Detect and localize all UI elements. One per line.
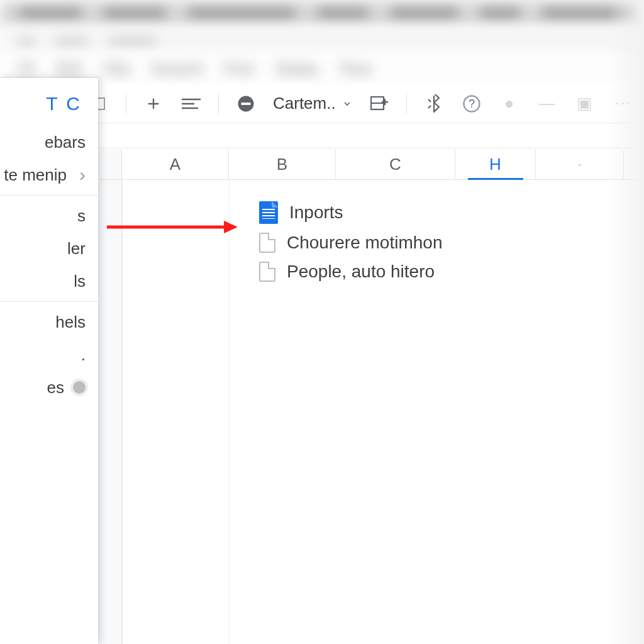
plus-icon[interactable] — [143, 93, 164, 114]
file-popover: Inports Chourere motimhon People, auto h… — [259, 201, 442, 282]
file-icon — [259, 233, 275, 253]
panel-header: T C — [0, 78, 98, 126]
chevron-down-icon — [342, 99, 352, 109]
align-icon[interactable] — [180, 93, 202, 114]
panel-item-hels[interactable]: hels — [0, 306, 98, 338]
file-icon — [259, 262, 275, 282]
right-edge-fade — [606, 0, 644, 644]
svg-text:?: ? — [469, 97, 475, 110]
table-insert-icon[interactable] — [369, 93, 390, 114]
column-label: H — [489, 155, 501, 174]
panel-item-label: . — [81, 345, 86, 365]
macos-menubar-blur — [0, 0, 644, 26]
help-icon[interactable]: ? — [461, 93, 482, 114]
column-header-C[interactable]: C — [336, 150, 455, 179]
popover-label: People, auto hitero — [287, 262, 435, 282]
popover-row-doc[interactable]: Inports — [259, 201, 442, 224]
panel-item-label: te menip — [4, 165, 67, 185]
popover-row-file1[interactable]: Chourere motimhon — [259, 233, 442, 253]
font-name: Cartem.. — [273, 94, 336, 113]
panel-item-ls[interactable]: ls — [0, 265, 98, 297]
column-label: B — [277, 155, 287, 174]
panel-item-s[interactable]: s — [0, 199, 98, 232]
column-header-B[interactable]: B — [229, 150, 336, 179]
dropdown-panel: T C ebars te menip s ler ls hels . es — [0, 78, 98, 644]
browser-tabs-blur: ▭▭▭▭▭▭ — [0, 26, 644, 54]
panel-item-dot[interactable]: . — [0, 338, 98, 371]
panel-item-label: ler — [67, 239, 86, 258]
panel-item-label: es — [47, 378, 64, 397]
font-picker[interactable]: Cartem.. — [273, 94, 352, 113]
panel-item-es[interactable]: es — [0, 371, 98, 404]
remove-circle-icon[interactable] — [235, 93, 257, 114]
toolbar-faded-1[interactable]: ● — [499, 93, 520, 114]
select-all-corner[interactable] — [99, 150, 122, 179]
svg-rect-2 — [242, 103, 251, 105]
panel-item-ler[interactable]: ler — [0, 232, 98, 265]
panel-item-label: s — [77, 206, 86, 226]
column-headers: A B C H · — [99, 150, 644, 180]
column-header-H[interactable]: H — [455, 150, 536, 179]
column-label: A — [170, 155, 180, 174]
panel-item-label: hels — [55, 313, 86, 332]
popover-label: Chourere motimhon — [287, 233, 442, 253]
popover-label: Inports — [289, 203, 343, 223]
toolbar-faded-2[interactable]: — — [536, 93, 558, 114]
toolbar-faded-3[interactable]: ▣ — [574, 93, 596, 114]
popover-row-file2[interactable]: People, auto hitero — [259, 262, 442, 282]
formula-bar[interactable] — [99, 123, 644, 148]
column-label: C — [389, 155, 401, 174]
google-doc-icon — [259, 201, 278, 224]
toolbar: Cartem.. ? ● — ▣ ⋯ — [75, 84, 644, 123]
panel-item-label: ebars — [45, 133, 86, 152]
column-header-A[interactable]: A — [122, 150, 229, 179]
status-dot-icon — [73, 381, 86, 394]
bluetooth-off-icon[interactable] — [423, 93, 445, 114]
panel-item-submenu[interactable]: te menip — [0, 158, 98, 191]
panel-item-label: ls — [74, 272, 86, 291]
svg-rect-6 — [384, 99, 386, 105]
panel-item-ebars[interactable]: ebars — [0, 126, 98, 158]
row-gutter[interactable] — [99, 180, 122, 644]
